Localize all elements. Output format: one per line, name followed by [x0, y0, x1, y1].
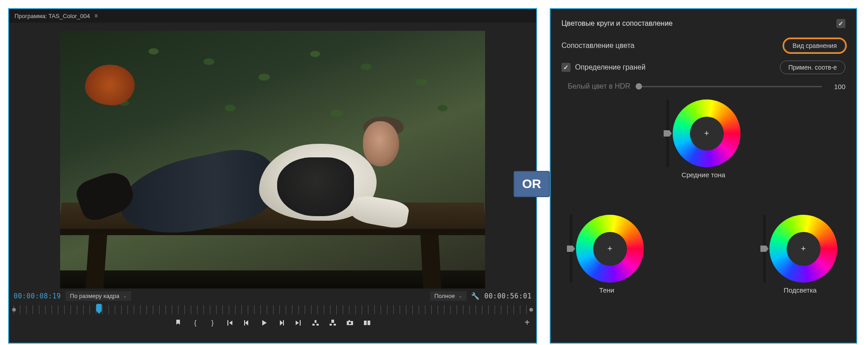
face-detection-checkbox[interactable]: [561, 63, 571, 72]
program-header: Программа: TAS_Color_004 ≡: [9, 9, 536, 23]
color-wheels-panel: Цветовые круги и сопоставление Сопоставл…: [550, 8, 857, 344]
hdr-white-value[interactable]: 100: [827, 83, 845, 90]
shadows-luma-slider[interactable]: [570, 215, 572, 283]
color-section-title: Цветовые круги и сопоставление: [561, 19, 673, 28]
playhead[interactable]: [96, 304, 102, 311]
program-viewer: [9, 23, 536, 288]
settings-wrench-icon[interactable]: 🔧: [471, 292, 480, 300]
zoom-fit-dropdown[interactable]: По размеру кадра ⌄: [66, 291, 131, 301]
extract-button[interactable]: [328, 319, 337, 326]
add-marker-button[interactable]: [174, 319, 183, 326]
svg-rect-2: [349, 320, 350, 321]
apply-match-label: Примен. соотв-е: [788, 64, 837, 71]
color-match-label: Сопоставление цвета: [561, 42, 634, 50]
go-to-in-button[interactable]: [225, 319, 234, 326]
quality-dropdown[interactable]: Полное ⌄: [430, 291, 467, 301]
midtones-label: Средние тона: [666, 171, 741, 179]
svg-point-1: [349, 322, 351, 324]
hdr-white-slider-thumb[interactable]: [636, 83, 642, 90]
transport-bar: { } +: [9, 314, 536, 333]
go-to-out-button[interactable]: [294, 319, 303, 326]
midtones-luma-slider[interactable]: [666, 99, 669, 167]
quality-label: Полное: [434, 293, 455, 299]
face-detection-label: Определение граней: [575, 63, 646, 71]
program-title-prefix: Программа:: [14, 13, 47, 19]
or-badge: OR: [514, 171, 550, 197]
play-button[interactable]: [259, 319, 269, 326]
video-frame[interactable]: [60, 31, 485, 288]
timecode-duration: 00:00:56:01: [484, 292, 532, 300]
program-sequence-name: TAS_Color_004: [48, 13, 90, 19]
or-badge-label: OR: [522, 177, 541, 191]
shadows-wheel-item: + Тени: [570, 215, 644, 294]
wheel-center-icon: +: [704, 129, 709, 138]
highlights-luma-slider[interactable]: [763, 215, 766, 283]
apply-match-button[interactable]: Примен. соотв-е: [780, 61, 845, 74]
hdr-white-label: Белый цвет в HDR: [568, 82, 630, 90]
highlights-luma-thumb[interactable]: [760, 246, 769, 252]
highlights-color-wheel[interactable]: +: [769, 215, 837, 283]
highlights-label: Подсветка: [763, 286, 837, 294]
color-section-enable-checkbox[interactable]: [836, 19, 845, 28]
midtones-wheel-item: + Средние тона: [666, 99, 741, 179]
timecode-current[interactable]: 00:00:08:19: [14, 292, 61, 300]
midtones-luma-thumb[interactable]: [664, 130, 672, 137]
chevron-down-icon: ⌄: [123, 293, 127, 298]
program-monitor-panel: Программа: TAS_Color_004 ≡ 00:00:08:19 П…: [8, 8, 537, 344]
shadows-luma-thumb[interactable]: [567, 246, 575, 252]
step-back-button[interactable]: [242, 319, 251, 326]
chevron-down-icon: ⌄: [458, 293, 462, 298]
shadows-label: Тени: [570, 286, 644, 294]
mark-out-button[interactable]: }: [208, 319, 217, 326]
midtones-color-wheel[interactable]: +: [673, 99, 741, 167]
wheel-center-icon: +: [801, 244, 806, 254]
export-frame-button[interactable]: [345, 319, 354, 326]
zoom-fit-label: По размеру кадра: [70, 293, 119, 299]
lift-button[interactable]: [311, 319, 320, 326]
mark-in-button[interactable]: {: [191, 319, 200, 326]
svg-rect-4: [368, 321, 370, 325]
comparison-view-button[interactable]: [363, 319, 372, 326]
hdr-white-slider[interactable]: [636, 86, 822, 87]
panel-menu-icon[interactable]: ≡: [94, 13, 98, 19]
button-editor-plus[interactable]: +: [524, 317, 530, 328]
program-controls-row: 00:00:08:19 По размеру кадра ⌄ Полное ⌄ …: [9, 288, 536, 303]
step-forward-button[interactable]: [277, 319, 286, 326]
comparison-view-label: Вид сравнения: [793, 42, 837, 49]
comparison-view-button[interactable]: Вид сравнения: [784, 39, 845, 52]
color-wheel-group: + Средние тона + Тени +: [561, 99, 845, 294]
shadows-color-wheel[interactable]: +: [576, 215, 644, 283]
svg-rect-3: [364, 321, 367, 325]
wheel-center-icon: +: [608, 244, 613, 254]
timeline-ruler[interactable]: [14, 305, 532, 314]
highlights-wheel-item: + Подсветка: [763, 215, 837, 294]
